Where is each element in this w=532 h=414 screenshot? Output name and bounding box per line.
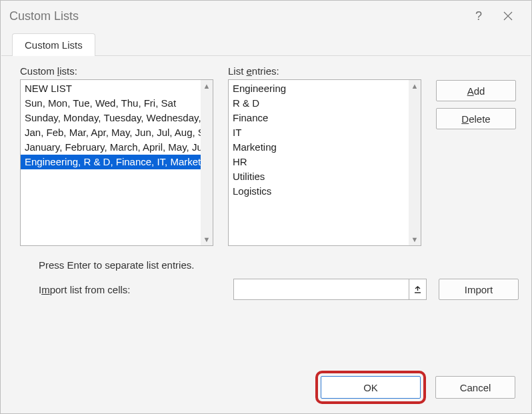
range-selector-button[interactable] <box>409 279 426 299</box>
list-entries-column: List entries: EngineeringR & DFinanceITM… <box>228 65 421 246</box>
scroll-up-icon[interactable]: ▲ <box>201 80 213 92</box>
close-button[interactable] <box>493 1 523 31</box>
custom-lists-column: Custom lists: NEW LISTSun, Mon, Tue, Wed… <box>20 65 213 246</box>
scroll-down-icon[interactable]: ▼ <box>201 233 213 245</box>
ok-button[interactable]: OK <box>321 376 421 399</box>
action-buttons-column: Add Delete <box>436 65 516 246</box>
tab-strip: Custom Lists <box>1 31 531 56</box>
tab-custom-lists[interactable]: Custom Lists <box>12 33 95 56</box>
custom-lists-dialog: Custom Lists ? Custom Lists Custom lists… <box>0 0 532 414</box>
dialog-footer: OK Cancel <box>315 371 515 404</box>
add-button[interactable]: Add <box>436 80 516 101</box>
import-cells-field[interactable] <box>234 279 409 299</box>
list-item[interactable]: Sun, Mon, Tue, Wed, Thu, Fri, Sat <box>21 96 201 111</box>
list-item[interactable]: January, February, March, April, May, Ju… <box>21 140 201 155</box>
list-item[interactable]: Sunday, Monday, Tuesday, Wednesday, Thur… <box>21 111 201 125</box>
list-item[interactable]: IT <box>229 125 409 140</box>
scrollbar[interactable]: ▲ ▼ <box>201 80 213 245</box>
ok-highlight-annotation: OK <box>315 371 426 404</box>
list-item[interactable]: Jan, Feb, Mar, Apr, May, Jun, Jul, Aug, … <box>21 125 201 140</box>
custom-lists-listbox[interactable]: NEW LISTSun, Mon, Tue, Wed, Thu, Fri, Sa… <box>20 79 213 246</box>
list-item[interactable]: Utilities <box>229 169 409 184</box>
help-text: Press Enter to separate list entries. <box>39 259 519 271</box>
cancel-button[interactable]: Cancel <box>435 376 515 399</box>
list-item[interactable]: HR <box>229 155 409 169</box>
custom-lists-label: Custom lists: <box>20 65 213 77</box>
list-item[interactable]: Engineering <box>229 81 409 96</box>
list-item[interactable]: NEW LIST <box>21 81 201 96</box>
import-from-cells-label: Import list from cells: <box>39 284 131 295</box>
list-item[interactable]: Finance <box>229 111 409 125</box>
list-item[interactable]: R & D <box>229 96 409 111</box>
list-item[interactable]: Engineering, R & D, Finance, IT, Marketi… <box>21 155 201 169</box>
scroll-up-icon[interactable]: ▲ <box>409 80 421 92</box>
list-entries-listbox[interactable]: EngineeringR & DFinanceITMarketingHRUtil… <box>228 79 421 246</box>
import-button[interactable]: Import <box>439 279 519 300</box>
delete-button[interactable]: Delete <box>436 108 516 129</box>
titlebar: Custom Lists ? <box>1 1 531 31</box>
collapse-icon <box>413 285 422 294</box>
list-entries-label: List entries: <box>228 65 421 77</box>
import-row: Import list from cells: Import <box>39 279 519 300</box>
close-icon <box>503 11 513 21</box>
content-area: Custom lists: NEW LISTSun, Mon, Tue, Wed… <box>1 56 531 255</box>
scroll-down-icon[interactable]: ▼ <box>409 233 421 245</box>
import-cells-input[interactable] <box>233 279 427 300</box>
lower-panel: Press Enter to separate list entries. Im… <box>1 255 531 300</box>
list-item[interactable]: Logistics <box>229 184 409 199</box>
scrollbar[interactable]: ▲ ▼ <box>409 80 421 245</box>
help-button[interactable]: ? <box>464 1 493 31</box>
window-title: Custom Lists <box>9 9 464 23</box>
list-item[interactable]: Marketing <box>229 140 409 155</box>
